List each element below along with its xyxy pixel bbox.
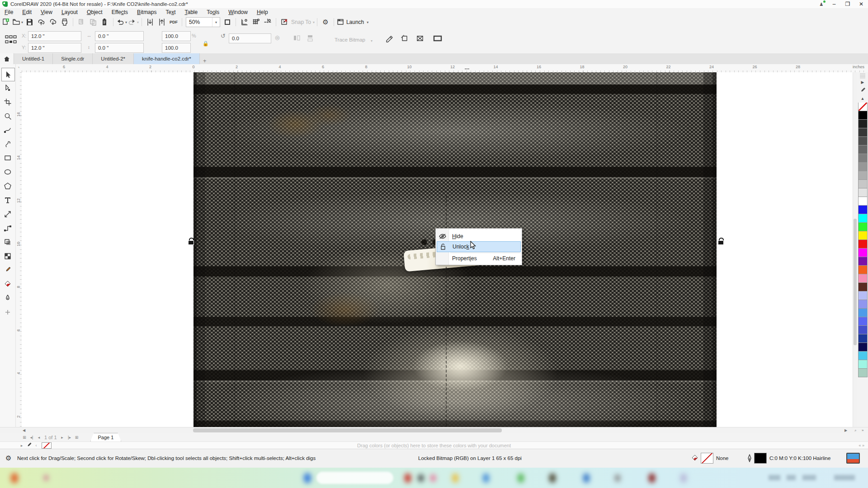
docpalette-overflow-chevrons[interactable]: « » [859,443,864,448]
paste-button[interactable] [99,17,110,27]
color-swatch[interactable] [858,180,868,188]
context-menu-item-hide[interactable]: Hide [437,231,521,241]
taskbar-icon-blurred[interactable] [304,473,311,483]
color-swatch[interactable] [858,188,868,197]
save-button[interactable] [24,17,35,27]
palette-flyout-arrow-icon[interactable]: ▶ [857,78,868,86]
menu-object[interactable]: Object [82,8,107,16]
menu-layout[interactable]: Layout [57,8,82,16]
ellipse-tool[interactable] [1,166,14,178]
color-swatch-none[interactable] [858,103,868,111]
export-button[interactable] [156,17,167,27]
color-swatch[interactable] [858,369,868,377]
palette-scroll-up-icon[interactable]: ▲ [857,94,868,103]
color-swatch[interactable] [858,145,868,154]
color-swatch[interactable] [858,291,868,300]
docpalette-eyedropper-icon[interactable] [25,442,33,449]
first-page-button[interactable]: ◂| [28,435,35,440]
color-swatch[interactable] [858,223,868,231]
vertical-scrollbar-thumb[interactable] [854,219,857,345]
edit-bitmap-icon[interactable] [385,34,393,43]
docpalette-flyout-arrow-icon[interactable]: ▸ [18,443,25,448]
menu-tools[interactable]: Tools [202,8,224,16]
add-page-start-button[interactable]: ⊞ [21,435,28,440]
docpalette-scroll-left-icon[interactable]: ‹ [33,443,40,448]
menu-effects[interactable]: Effects [107,8,132,16]
taskbar-icon-blurred[interactable] [549,474,556,483]
document-tab-single[interactable]: Single.cdr [53,53,93,64]
outline-swatch-black[interactable] [754,453,767,464]
palette-eyedropper-icon[interactable] [857,86,868,94]
scale-x-field[interactable]: 100.0 [162,31,191,41]
text-tool[interactable] [1,194,14,206]
add-page-end-button[interactable]: ⊞ [73,435,80,440]
close-button[interactable]: ✕ [854,0,868,8]
wireframe-icon[interactable] [433,34,442,43]
publish-pdf-button[interactable]: PDF [168,17,179,27]
color-swatch[interactable] [858,231,868,240]
freehand-tool[interactable] [1,124,14,136]
color-swatch[interactable] [858,128,868,137]
next-page-button[interactable]: ▸ [59,435,66,440]
add-tools-button[interactable] [1,306,14,319]
menu-bitmaps[interactable]: Bitmaps [132,8,161,16]
show-rulers-button[interactable] [239,17,250,27]
dimension-tool[interactable] [1,208,14,221]
menu-edit[interactable]: Edit [18,8,36,16]
color-swatch[interactable] [858,334,868,343]
menu-view[interactable]: View [36,8,57,16]
status-gear-icon[interactable]: ⚙ [5,454,11,462]
document-tab-knife-handle-co2-active[interactable]: knife-handle-co2.cdr* [134,53,200,64]
palette-grip[interactable] [860,74,865,78]
taskbar-tray-blurred[interactable] [802,475,816,480]
horizontal-ruler[interactable]: inches 6420246810121416182022242628 [22,64,868,73]
undo-button[interactable]: ▾ [116,17,127,27]
color-swatch[interactable] [858,343,868,352]
connector-tool[interactable] [1,222,14,235]
color-swatch[interactable] [858,171,868,180]
menu-text[interactable]: Text [161,8,180,16]
previous-page-button[interactable]: ◂ [35,435,42,440]
taskbar-icon-blurred[interactable] [11,473,18,483]
welcome-home-tab[interactable] [0,53,14,64]
color-swatch[interactable] [858,240,868,249]
import-button[interactable] [145,17,156,27]
open-button[interactable]: ▾ [12,17,23,27]
color-swatch[interactable] [858,309,868,317]
bitmap-mask-icon[interactable] [416,34,424,43]
menu-help[interactable]: Help [252,8,273,16]
height-field[interactable]: 0.0 " [95,43,144,53]
menu-file[interactable]: File [0,8,18,16]
color-swatch[interactable] [858,206,868,214]
drop-shadow-tool[interactable] [1,236,14,249]
horizontal-scrollbar[interactable]: ◀ ▶ ⌕ » [0,427,868,433]
taskbar-icon-blurred[interactable] [430,474,436,482]
color-swatch[interactable] [858,163,868,171]
taskbar-icon-blurred[interactable] [518,474,524,483]
vertical-ruler[interactable]: 161412108642 [15,72,22,427]
color-swatch[interactable] [858,283,868,291]
new-document-tab-button[interactable]: + [200,57,210,64]
menu-table[interactable]: Table [180,8,203,16]
taskbar-tray-blurred[interactable] [769,475,780,480]
pick-tool[interactable] [1,68,15,81]
download-cloud-button[interactable] [47,17,58,27]
snap-off-button[interactable] [279,17,290,27]
taskbar-icon-blurred[interactable] [583,474,590,483]
taskbar-icon-blurred[interactable] [680,474,687,483]
horizontal-scrollbar-thumb[interactable] [193,428,502,432]
polygon-tool[interactable] [1,180,14,192]
color-swatch[interactable] [858,360,868,369]
color-swatch[interactable] [858,111,868,120]
color-swatch[interactable] [858,352,868,360]
sign-in-user-icon[interactable]: ♟ [816,0,827,8]
artistic-media-tool[interactable] [1,138,14,150]
taskbar-icon-blurred[interactable] [452,474,458,483]
color-swatch[interactable] [858,137,868,145]
taskbar-tray-blurred[interactable] [834,475,855,480]
lock-ratio-icon[interactable]: 🔒 [203,41,209,47]
show-grid-button[interactable] [250,17,261,27]
rotation-angle-field[interactable]: 0.0 [229,33,271,43]
new-document-button[interactable] [0,17,11,27]
minimize-button[interactable]: – [827,0,841,8]
